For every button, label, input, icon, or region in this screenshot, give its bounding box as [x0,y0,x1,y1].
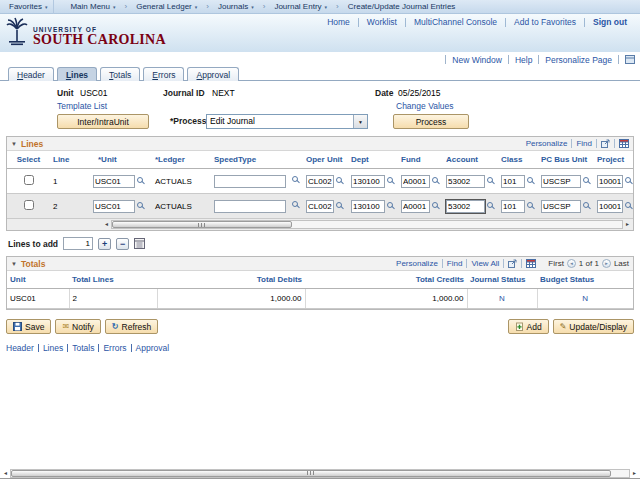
totals-view-all-link[interactable]: View All [471,259,499,268]
tab-approval[interactable]: Approval [187,67,239,81]
pc-bus-unit-input[interactable] [541,175,581,188]
lookup-icon[interactable] [137,202,143,208]
tab-errors[interactable]: Errors [143,67,184,81]
fund-input[interactable] [401,175,430,188]
process-select[interactable]: Edit Journal ▼ [206,114,368,129]
lookup-icon[interactable] [527,202,533,208]
footer-link-errors[interactable]: Errors [103,343,126,353]
account-input[interactable] [446,200,485,213]
scrollbar-thumb[interactable] [112,221,292,228]
unit-input[interactable] [93,175,135,188]
lookup-icon[interactable] [292,201,298,207]
footer-link-totals[interactable]: Totals [72,343,94,353]
lines-to-add-input[interactable] [63,237,93,250]
lookup-icon[interactable] [432,177,438,183]
lookup-icon[interactable] [137,177,143,183]
add-button[interactable]: Add [508,319,549,334]
new-window-icon[interactable] [508,259,517,268]
first-page-icon[interactable]: ◄ [567,259,576,268]
refresh-button[interactable]: ↻ Refresh [105,319,158,334]
lookup-icon[interactable] [432,202,438,208]
lookup-icon[interactable] [292,176,298,182]
pager-first-label[interactable]: First [548,259,564,268]
footer-link-header[interactable]: Header [6,343,34,353]
project-input[interactable] [597,175,623,188]
breadcrumb-main-menu[interactable]: Main Menu▾ [64,0,121,14]
breadcrumb-general-ledger[interactable]: General Ledger▾ [130,0,203,14]
lookup-icon[interactable] [527,177,533,183]
template-list-link[interactable]: Template List [57,101,107,111]
notify-button[interactable]: ✉ Notify [55,319,100,334]
tab-header[interactable]: Header [8,67,54,81]
row-select-checkbox[interactable] [24,175,34,185]
footer-link-lines[interactable]: Lines [43,343,63,353]
personalize-page-link[interactable]: Personalize Page [545,55,612,65]
change-values-link[interactable]: Change Values [396,101,454,111]
class-input[interactable] [501,200,525,213]
process-button[interactable]: Process [393,114,469,129]
update-display-button[interactable]: ✎ Update/Display [553,319,634,334]
multichannel-console-link[interactable]: MultiChannel Console [406,17,505,27]
lookup-icon[interactable] [387,177,393,183]
new-window-icon[interactable] [601,139,610,148]
budget-status-link[interactable]: N [582,294,588,303]
journal-status-link[interactable]: N [499,294,505,303]
oper-unit-input[interactable] [306,200,334,213]
lookup-icon[interactable] [625,177,631,183]
last-page-icon[interactable]: ► [602,259,611,268]
speedtype-input[interactable] [214,200,286,213]
fund-input[interactable] [401,200,430,213]
row-select-checkbox[interactable] [24,200,34,210]
breadcrumb-journals[interactable]: Journals▾ [212,0,260,14]
save-button[interactable]: Save [6,319,51,334]
lookup-icon[interactable] [625,202,631,208]
speedtype-input[interactable] [214,175,286,188]
dropdown-arrow-icon[interactable]: ▼ [353,115,367,128]
lookup-icon[interactable] [487,177,493,183]
totals-find-link[interactable]: Find [447,259,463,268]
account-input[interactable] [446,175,485,188]
tab-totals[interactable]: Totals [100,67,140,81]
totals-personalize-link[interactable]: Personalize [396,259,438,268]
home-link[interactable]: Home [319,17,358,27]
lines-personalize-link[interactable]: Personalize [526,139,568,148]
add-to-favorites-link[interactable]: Add to Favorites [506,17,584,27]
lookup-icon[interactable] [336,177,342,183]
scrollbar-track[interactable] [10,469,630,478]
unit-input[interactable] [93,200,135,213]
scrollbar-thumb[interactable] [11,470,611,477]
dept-input[interactable] [351,175,385,188]
lookup-icon[interactable] [387,202,393,208]
worklist-link[interactable]: Worklist [359,17,405,27]
scroll-right-arrow-icon[interactable]: ► [631,469,638,478]
scroll-right-arrow-icon[interactable]: ► [624,220,631,229]
collapse-triangle-icon[interactable]: ▼ [11,261,17,267]
project-input[interactable] [597,200,623,213]
lookup-icon[interactable] [487,202,493,208]
breadcrumb-favorites-menu[interactable]: Favorites▾ [3,0,54,14]
class-input[interactable] [501,175,525,188]
lookup-icon[interactable] [583,177,589,183]
download-grid-icon[interactable] [526,259,536,268]
journal-grid-icon[interactable] [134,238,145,249]
download-grid-icon[interactable] [619,139,629,148]
help-link[interactable]: Help [515,55,532,65]
add-rows-button[interactable]: + [98,238,111,250]
tab-lines[interactable]: Lines [57,67,97,81]
scrollbar-track[interactable] [111,220,623,229]
breadcrumb-journal-entry[interactable]: Journal Entry▾ [268,0,333,14]
oper-unit-input[interactable] [306,175,334,188]
pager-last-label[interactable]: Last [614,259,629,268]
pc-bus-unit-input[interactable] [541,200,581,213]
sign-out-link[interactable]: Sign out [585,17,635,27]
delete-rows-button[interactable]: − [116,238,129,250]
scroll-left-arrow-icon[interactable]: ◄ [2,469,9,478]
scroll-left-arrow-icon[interactable]: ◄ [103,220,110,229]
lines-find-link[interactable]: Find [576,139,592,148]
inter-intra-unit-button[interactable]: Inter/IntraUnit [57,114,149,129]
http-icon[interactable] [625,55,635,64]
dept-input[interactable] [351,200,385,213]
lookup-icon[interactable] [336,202,342,208]
new-window-link[interactable]: New Window [452,55,502,65]
footer-link-approval[interactable]: Approval [136,343,170,353]
